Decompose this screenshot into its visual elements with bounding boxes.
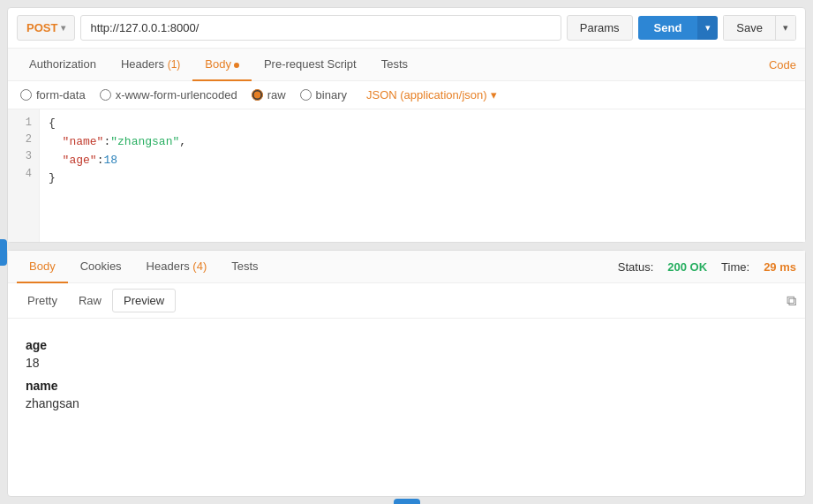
preview-label: Preview	[124, 294, 164, 307]
time-value: 29 ms	[764, 260, 796, 274]
resp-tab-body[interactable]: Body	[17, 251, 68, 283]
tab-tests[interactable]: Tests	[369, 49, 420, 81]
tab-body-label: Body	[205, 57, 231, 71]
send-dropdown-button[interactable]: ▾	[697, 16, 718, 40]
code-link[interactable]: Code	[769, 58, 796, 71]
headers-badge: (1)	[168, 58, 181, 71]
code-content[interactable]: { "name":"zhangsan", "age":18 }	[40, 109, 805, 242]
method-chevron: ▾	[61, 23, 65, 33]
tab-tests-label: Tests	[381, 57, 408, 71]
raw-view-label: Raw	[79, 294, 102, 307]
preview-content: age 18 name zhangsan	[8, 319, 805, 428]
resp-tab-headers[interactable]: Headers (4)	[134, 251, 220, 283]
preview-key-age: age	[26, 338, 787, 352]
ln-3: 3	[15, 148, 32, 165]
resp-headers-label: Headers (4)	[147, 260, 207, 273]
json-type-label: JSON (application/json)	[366, 88, 487, 102]
preview-val-name: zhangsan	[26, 396, 787, 410]
tab-authorization[interactable]: Authorization	[17, 49, 109, 81]
tab-headers[interactable]: Headers (1)	[109, 49, 192, 81]
view-tab-raw[interactable]: Raw	[68, 290, 112, 312]
resp-tab-tests[interactable]: Tests	[219, 251, 270, 283]
view-tab-preview[interactable]: Preview	[112, 289, 176, 312]
option-binary[interactable]: binary	[300, 88, 347, 102]
radio-raw[interactable]	[252, 89, 263, 101]
tab-body[interactable]: Body	[192, 49, 252, 81]
method-label: POST	[26, 21, 57, 34]
radio-binary[interactable]	[300, 89, 312, 101]
option-raw[interactable]: raw	[252, 88, 286, 102]
json-type-selector[interactable]: JSON (application/json) ▾	[366, 88, 497, 102]
form-data-label: form-data	[36, 88, 86, 102]
resp-body-label: Body	[29, 260, 56, 273]
response-tabs: Body Cookies Headers (4) Tests Status: 2…	[8, 251, 805, 283]
ln-4: 4	[15, 166, 32, 183]
code-editor[interactable]: 1 2 3 4 { "name":"zhangsan", "age":18 }	[8, 109, 805, 242]
preview-key-name: name	[26, 379, 787, 393]
raw-label: raw	[267, 88, 286, 102]
save-button[interactable]: Save	[723, 15, 775, 41]
url-input[interactable]	[80, 15, 561, 41]
tab-pre-request-label: Pre-request Script	[264, 57, 357, 71]
option-urlencoded[interactable]: x-www-form-urlencoded	[100, 88, 237, 102]
view-tabs: Pretty Raw Preview ⧉	[8, 283, 805, 319]
tab-headers-label: Headers (1)	[121, 57, 180, 71]
body-dot	[234, 63, 239, 68]
tab-pre-request-script[interactable]: Pre-request Script	[252, 49, 369, 81]
response-status: Status: 200 OK Time: 29 ms	[618, 260, 796, 274]
response-panel: Body Cookies Headers (4) Tests Status: 2…	[7, 250, 806, 497]
resp-tab-cookies[interactable]: Cookies	[68, 251, 134, 283]
ln-2: 2	[15, 132, 32, 148]
status-value: 200 OK	[667, 260, 707, 274]
option-form-data[interactable]: form-data	[20, 88, 86, 102]
pretty-label: Pretty	[27, 294, 57, 307]
params-button[interactable]: Params	[567, 15, 633, 41]
left-edge-indicator	[0, 239, 7, 266]
radio-form-data[interactable]	[20, 89, 32, 101]
tab-authorization-label: Authorization	[29, 57, 96, 71]
bottom-edge-indicator	[394, 499, 420, 504]
request-tabs: Authorization Headers (1) Body Pre-reque…	[8, 49, 805, 81]
view-tab-pretty[interactable]: Pretty	[17, 290, 68, 312]
body-options: form-data x-www-form-urlencoded raw bina…	[8, 81, 805, 109]
status-label: Status:	[618, 260, 653, 274]
resp-headers-badge: (4)	[192, 260, 207, 273]
method-button[interactable]: POST ▾	[17, 15, 75, 41]
ln-1: 1	[15, 115, 32, 132]
url-bar: POST ▾ Params Send ▾ Save ▾	[8, 8, 805, 49]
copy-icon[interactable]: ⧉	[787, 293, 796, 309]
send-button[interactable]: Send	[638, 16, 698, 40]
save-button-group: Save ▾	[723, 15, 796, 41]
radio-urlencoded[interactable]	[100, 89, 111, 101]
send-button-group: Send ▾	[638, 16, 719, 40]
urlencoded-label: x-www-form-urlencoded	[116, 88, 237, 102]
resp-cookies-label: Cookies	[80, 260, 122, 273]
preview-val-age: 18	[26, 356, 787, 370]
time-label: Time:	[721, 260, 749, 274]
line-numbers: 1 2 3 4	[8, 109, 40, 242]
binary-label: binary	[316, 88, 347, 102]
request-panel: POST ▾ Params Send ▾ Save ▾ Authorizatio…	[7, 7, 806, 243]
json-type-chevron: ▾	[491, 88, 497, 102]
save-dropdown-button[interactable]: ▾	[775, 15, 796, 41]
resp-tests-label: Tests	[231, 260, 258, 273]
